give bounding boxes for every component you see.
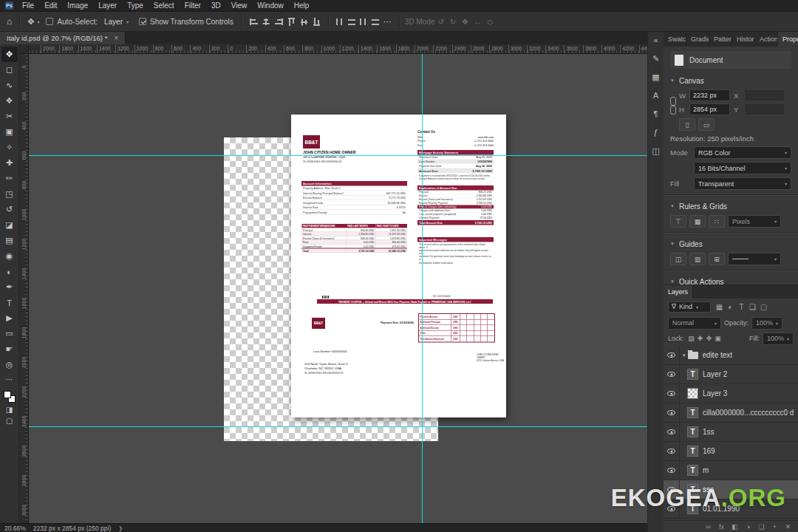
align-right-icon[interactable] <box>275 18 283 25</box>
lock-all-icon[interactable]: ▣ <box>714 333 723 344</box>
distribute-horizontal-icon[interactable] <box>348 18 355 25</box>
guide-style-select[interactable]: ▾ <box>728 253 781 265</box>
history-brush-tool[interactable]: ↺ <box>1 202 18 217</box>
path-selection-tool[interactable]: ▶ <box>1 310 18 326</box>
shape-tool[interactable]: ▭ <box>1 326 18 341</box>
portrait-orientation-icon[interactable]: ▯ <box>679 118 695 131</box>
horizontal-guide[interactable] <box>29 155 647 156</box>
snap-icon[interactable]: ∷ <box>709 215 725 228</box>
panel-tab-patterns[interactable]: Patterns <box>709 32 732 47</box>
swatches-panel-icon[interactable]: ▦ <box>649 71 663 83</box>
new-layer-icon[interactable]: + <box>771 521 779 532</box>
eyedropper-tool[interactable]: ✧ <box>1 140 18 155</box>
crop-tool[interactable]: ✂ <box>1 109 18 124</box>
hand-tool[interactable]: ☛ <box>1 341 18 357</box>
lock-pixels-icon[interactable]: ✚ <box>696 333 705 344</box>
layer-mask-icon[interactable]: ◧ <box>731 521 739 532</box>
visibility-toggle[interactable] <box>664 365 680 383</box>
filter-smart-object-icon[interactable]: ▢ <box>758 301 769 313</box>
add-guide-icon[interactable]: ◫ <box>670 253 686 265</box>
3d-mode-icon-3[interactable]: ✥ <box>462 18 468 26</box>
align-left-icon[interactable] <box>250 18 258 25</box>
horizontal-guide[interactable] <box>29 426 647 427</box>
move-tool-preset-icon[interactable]: ✥ <box>27 17 34 27</box>
align-middle-icon[interactable] <box>301 18 307 26</box>
layer-fill-select[interactable]: 100% ▾ <box>763 332 794 345</box>
status-chevron-icon[interactable]: ❯ <box>118 525 123 531</box>
paragraph-panel-icon[interactable]: ¶ <box>649 108 663 120</box>
close-tab-icon[interactable]: × <box>114 34 118 42</box>
expand-dock-icon[interactable]: « <box>649 34 663 46</box>
align-bottom-icon[interactable] <box>313 18 320 26</box>
menu-window[interactable]: Window <box>252 0 289 11</box>
quick-mask-icon[interactable]: ◨ <box>6 406 13 414</box>
distribute-columns-icon[interactable] <box>360 18 367 25</box>
filter-adjustment-icon[interactable]: ◐ <box>725 301 736 313</box>
3d-mode-icon-2[interactable]: ↻ <box>450 18 456 26</box>
x-field[interactable] <box>744 89 785 101</box>
screen-mode-icon[interactable]: ▢ <box>6 417 13 425</box>
zoom-tool[interactable]: ◎ <box>1 357 18 372</box>
panel-tab-history[interactable]: History <box>732 32 755 47</box>
menu-help[interactable]: Help <box>289 0 315 11</box>
vertical-guide[interactable] <box>422 54 423 523</box>
3d-mode-icon-4[interactable]: ↔ <box>474 18 482 26</box>
menu-type[interactable]: Type <box>122 0 149 11</box>
color-swatches[interactable] <box>4 391 16 403</box>
eraser-tool[interactable]: ◪ <box>1 217 18 233</box>
group-chevron-icon[interactable]: ▾ <box>683 352 686 358</box>
edit-toolbar-icon[interactable]: ⋯ <box>6 375 13 383</box>
panel-tab-swatches[interactable]: Swatches <box>664 32 686 47</box>
home-icon[interactable]: ⌂ <box>7 16 12 27</box>
toggle-grid-icon[interactable]: ▦ <box>689 215 706 228</box>
canvas-section-header[interactable]: ▼ Canvas <box>670 74 791 87</box>
rulers-grids-section-header[interactable]: ▼ Rulers & Grids <box>670 200 791 213</box>
toggle-rulers-icon[interactable]: ⊤ <box>670 215 686 228</box>
visibility-toggle[interactable] <box>664 403 680 422</box>
layer-row[interactable]: Tm <box>664 461 798 480</box>
layer-style-icon[interactable]: fx <box>717 521 726 532</box>
tab-layers[interactable]: Layers <box>664 285 693 299</box>
layer-row[interactable]: Tcilla0000000...ccccccccc0 d <box>664 403 798 423</box>
blend-mode-select[interactable]: Normal ▾ <box>668 317 721 330</box>
menu-3d[interactable]: 3D <box>206 0 226 11</box>
blur-tool[interactable]: ◉ <box>1 248 18 264</box>
quick-actions-section-header[interactable]: ▼ Quick Actions <box>670 275 791 284</box>
auto-select-checkbox[interactable] <box>46 18 53 25</box>
visibility-toggle[interactable] <box>664 423 680 441</box>
3d-mode-icon-1[interactable]: ↺ <box>437 18 443 26</box>
bit-depth-select[interactable]: 16 Bits/Channel ▾ <box>694 162 791 174</box>
frame-tool[interactable]: ▣ <box>1 124 18 140</box>
menu-edit[interactable]: Edit <box>39 0 62 11</box>
width-field[interactable]: 2232 px <box>689 89 730 101</box>
document-page[interactable]: BB&T JOHN CITIZEN HOME OWNER 3470 Colema… <box>291 115 506 417</box>
filter-type-icon[interactable]: T <box>736 301 747 313</box>
clear-guides-icon[interactable]: ⊞ <box>709 253 725 265</box>
menu-filter[interactable]: Filter <box>180 0 206 11</box>
glyphs-panel-icon[interactable]: ƒ <box>649 126 663 138</box>
character-panel-icon[interactable]: A <box>649 89 663 101</box>
layer-row[interactable]: ▾edite text <box>664 346 798 365</box>
layer-filter-kind-select[interactable]: ∇ Kind ▾ <box>668 301 711 313</box>
new-group-icon[interactable]: ❏ <box>757 521 765 532</box>
ruler-corner[interactable] <box>19 44 29 54</box>
move-tool[interactable]: ✥ <box>1 47 18 62</box>
healing-brush-tool[interactable]: ✚ <box>1 155 18 171</box>
units-select[interactable]: Pixels ▾ <box>728 215 781 228</box>
document-tab[interactable]: Italy id.psd @ 20.7% (RGB/16) * × <box>0 32 126 44</box>
lock-position-icon[interactable]: ✥ <box>705 333 714 344</box>
menu-layer[interactable]: Layer <box>93 0 122 11</box>
horizontal-ruler[interactable]: 2000180016001400120010008006004002000200… <box>29 44 647 54</box>
3d-mode-icon-5[interactable]: ◇ <box>488 18 494 26</box>
visibility-toggle[interactable] <box>664 461 680 480</box>
filter-shape-icon[interactable]: ❏ <box>747 301 758 313</box>
distribute-vertical-icon[interactable] <box>336 18 344 25</box>
brush-settings-icon[interactable]: ✎ <box>649 52 663 64</box>
more-align-options-icon[interactable]: ⋯ <box>383 17 392 27</box>
guides-section-header[interactable]: ▼ Guides <box>670 237 791 250</box>
type-tool[interactable]: T <box>1 295 18 310</box>
visibility-toggle[interactable] <box>664 442 680 460</box>
menu-file[interactable]: File <box>17 0 39 11</box>
canvas-fill-select[interactable]: Transparent ▾ <box>694 177 791 190</box>
dodge-tool[interactable]: ◐ <box>1 264 18 279</box>
